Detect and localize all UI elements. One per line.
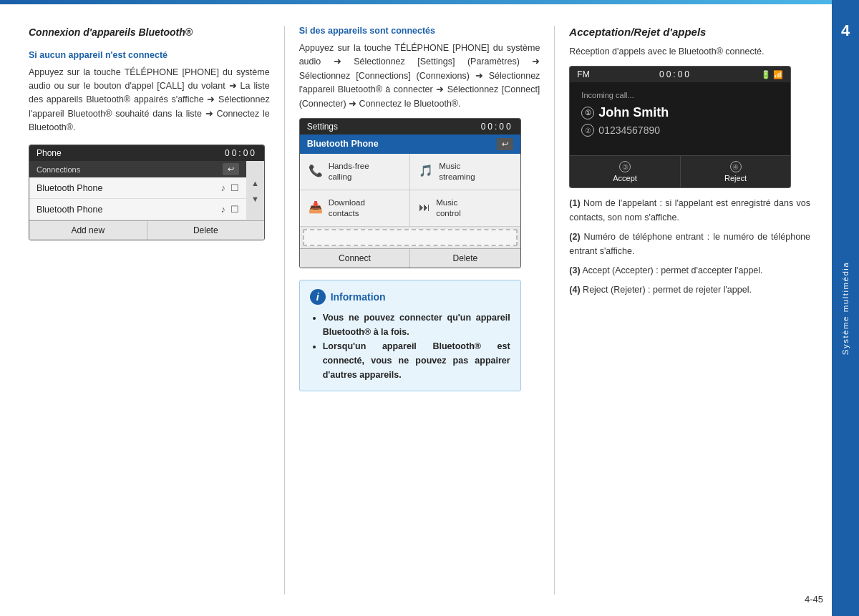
phone-delete-button[interactable]: Delete <box>147 221 265 240</box>
download-contacts-label: Downloadcontacts <box>329 197 365 219</box>
settings-header-time: 00:00 <box>481 122 513 132</box>
col3-body-intro: Réception d'appels avec le Bluetooth® co… <box>569 45 810 59</box>
phone-header: Phone 00:00 <box>29 145 264 161</box>
phone-add-new-button[interactable]: Add new <box>29 221 147 240</box>
music-streaming-icon: 🎵 <box>419 164 433 179</box>
col2-body: Appuyez sur la touche TÉLÉPHONE [PHONE] … <box>299 41 540 111</box>
settings-footer-buttons: Connect Delete <box>300 248 520 268</box>
note-1-text: Nom de l'appelant : si l'appelant est en… <box>569 198 810 222</box>
settings-cell-music-streaming[interactable]: 🎵 Musicstreaming <box>410 154 520 190</box>
call-header-icons: 🔋 📶 <box>761 70 783 79</box>
main-content: Connexion d'appareils Bluetooth® Si aucu… <box>0 4 832 616</box>
note-4-num: (4) <box>569 285 580 295</box>
column-1: Connexion d'appareils Bluetooth® Si aucu… <box>0 4 284 616</box>
call-reject-section: ④ Reject <box>681 156 791 187</box>
info-list: Vous ne pouvez connecter qu'un appareil … <box>310 311 510 382</box>
settings-subheader: Bluetooth Phone ↩ <box>300 135 520 154</box>
col2-subtitle: Si des appareils sont connectés <box>299 26 540 36</box>
call-header: FM 00:00 🔋 📶 <box>570 67 790 82</box>
caller-num-text: 01234567890 <box>598 124 660 136</box>
settings-cell-music-control[interactable]: ⏭ Musiccontrol <box>410 190 520 226</box>
accept-btn-label[interactable]: Accept <box>613 174 637 182</box>
col1-body: Appuyez sur la touche TÉLÉPHONE [PHONE] … <box>29 66 270 135</box>
settings-connect-dotted <box>303 229 518 246</box>
phone-list-item-2[interactable]: Bluetooth Phone ♪ ☐ <box>29 199 246 220</box>
music-streaming-label: Musicstreaming <box>439 161 475 182</box>
phone-subheader: Connections ↩ <box>29 161 246 177</box>
circle-2: ② <box>581 124 594 137</box>
scroll-arrows: ▲ ▼ <box>246 161 264 220</box>
phone-subheader-label: Connections <box>37 165 80 174</box>
col1-title: Connexion d'appareils Bluetooth® <box>29 26 270 40</box>
settings-ui-mockup: Settings 00:00 Bluetooth Phone ↩ 📞 Hands… <box>299 118 521 268</box>
settings-header-label: Settings <box>307 122 338 132</box>
settings-subheader-label: Bluetooth Phone <box>307 139 379 149</box>
page-number: 4-45 <box>805 594 823 605</box>
call-footer: ③ Accept ④ Reject <box>570 155 790 187</box>
music-control-icon: ⏭ <box>419 200 430 215</box>
right-sidebar: 4 Système multimédia <box>832 0 859 616</box>
call-header-fm-label: FM <box>577 69 589 79</box>
caller-name-text: John Smith <box>598 105 669 120</box>
scroll-down-icon[interactable]: ▼ <box>250 193 261 205</box>
settings-cell-download-contacts[interactable]: 📥 Downloadcontacts <box>300 190 410 226</box>
col1-subtitle: Si aucun appareil n'est connecté <box>29 50 270 60</box>
column-2: Si des appareils sont connectés Appuyez … <box>285 4 555 616</box>
settings-delete-button[interactable]: Delete <box>410 249 520 268</box>
caller-num-row: ② 01234567890 <box>581 124 779 137</box>
info-icon: i <box>310 289 326 305</box>
call-accept-section: ③ Accept <box>570 156 681 187</box>
call-body: Incoming call... ① John Smith ② 01234567… <box>570 82 790 155</box>
info-title-row: i Information <box>310 289 510 305</box>
music-control-label: Musiccontrol <box>436 197 461 219</box>
settings-connect-button[interactable]: Connect <box>300 249 411 268</box>
incoming-label: Incoming call... <box>581 91 779 99</box>
info-bullet-2: Lorsqu'un appareil Bluetooth® est connec… <box>323 339 510 382</box>
phone-ui-mockup: Phone 00:00 Connections ↩ Bluetooth Phon… <box>29 145 265 240</box>
note-4: (4) Reject (Rejeter) : permet de rejeter… <box>569 283 810 297</box>
chapter-number: 4 <box>841 21 850 40</box>
handsfree-label: Hands-freecalling <box>329 161 369 182</box>
reject-btn-label[interactable]: Reject <box>724 174 747 182</box>
phone-list-icons-1: ♪ ☐ <box>220 182 239 193</box>
settings-back-button[interactable]: ↩ <box>497 138 513 150</box>
call-header-time: 00:00 <box>659 69 691 79</box>
note-2: (2) Numéro de téléphone entrant : le num… <box>569 230 810 258</box>
note-3: (3) Accept (Accepter) : permet d'accepte… <box>569 264 810 278</box>
note-3-text: Accept (Accepter) : permet d'accepter l'… <box>582 265 762 275</box>
col3-title: Acceptation/Rejet d'appels <box>569 26 810 38</box>
phone-list-item-1[interactable]: Bluetooth Phone ♪ ☐ <box>29 177 246 199</box>
note-1-num: (1) <box>569 198 580 208</box>
circle-3: ③ <box>619 161 631 172</box>
settings-cell-handsfree[interactable]: 📞 Hands-freecalling <box>300 154 410 190</box>
circle-1: ① <box>581 107 594 119</box>
phone-list-label-2: Bluetooth Phone <box>37 205 102 215</box>
note-1: (1) Nom de l'appelant : si l'appelant es… <box>569 197 810 225</box>
phone-list-row: Connections ↩ Bluetooth Phone ♪ ☐ Blueto… <box>29 161 264 220</box>
info-title-text: Information <box>331 291 386 303</box>
numbered-notes: (1) Nom de l'appelant : si l'appelant es… <box>569 197 810 297</box>
settings-header: Settings 00:00 <box>300 119 520 135</box>
information-box: i Information Vous ne pouvez connecter q… <box>299 280 521 391</box>
phone-header-time: 00:00 <box>225 148 257 158</box>
info-bullet-1: Vous ne pouvez connecter qu'un appareil … <box>323 311 510 339</box>
note-2-num: (2) <box>569 232 580 242</box>
note-3-num: (3) <box>569 265 580 275</box>
note-2-text: Numéro de téléphone entrant : le numéro … <box>569 232 810 255</box>
column-3: Acceptation/Rejet d'appels Réception d'a… <box>555 4 832 616</box>
sidebar-chapter-label: Système multimédia <box>841 261 850 355</box>
phone-list-label-1: Bluetooth Phone <box>37 183 102 193</box>
phone-header-label: Phone <box>37 148 62 158</box>
phone-footer-buttons: Add new Delete <box>29 220 264 240</box>
phone-list-main: Connections ↩ Bluetooth Phone ♪ ☐ Blueto… <box>29 161 246 220</box>
download-contacts-icon: 📥 <box>309 200 323 215</box>
handsfree-icon: 📞 <box>309 164 323 179</box>
phone-back-button[interactable]: ↩ <box>223 163 239 175</box>
settings-grid: 📞 Hands-freecalling 🎵 Musicstreaming 📥 D… <box>300 154 520 227</box>
call-ui-mockup: FM 00:00 🔋 📶 Incoming call... ① John Smi… <box>569 66 791 188</box>
caller-name-row: ① John Smith <box>581 105 779 120</box>
scroll-up-icon[interactable]: ▲ <box>250 177 261 189</box>
phone-list-icons-2: ♪ ☐ <box>220 204 239 215</box>
note-4-text: Reject (Rejeter) : permet de rejeter l'a… <box>583 285 752 295</box>
circle-4: ④ <box>730 161 742 172</box>
